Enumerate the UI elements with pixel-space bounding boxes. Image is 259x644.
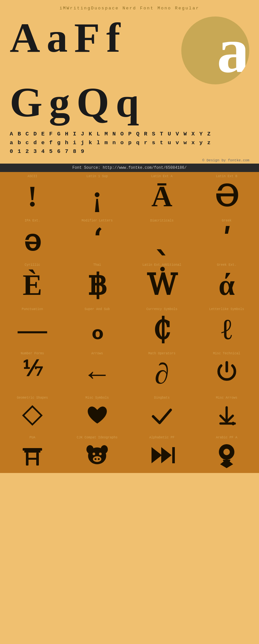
heart-icon [85, 403, 109, 428]
glyph-char-thai: ฿ [88, 269, 106, 301]
svg-rect-8 [26, 458, 39, 460]
glyph-cell-latinextadd: Latin Ext.Additional Ẇ [130, 261, 194, 305]
glyph-label-latin1sup: Latin 1 Sup [86, 175, 108, 179]
large-letter-a: a [47, 16, 68, 59]
checkmark-icon [151, 404, 173, 427]
glyph-svg-pua [19, 442, 45, 469]
glyph-cell-cjkcompat: CJK Compat Ideographs [65, 433, 130, 473]
glyph-char-ascii: ! [28, 180, 37, 212]
glyph-char-diacrit: ˎ [155, 225, 169, 255]
glyph-label-miscarrows: Misc Arrows [216, 396, 237, 401]
uppercase-alphabet: A B C D E F G H I J K L M N O P Q R S T … [10, 130, 249, 138]
glyph-cell-numforms: Number Forms ⅐ [0, 349, 65, 393]
glyph-label-alphapf: Alphabetic PF [149, 436, 175, 440]
large-letter-G: G [10, 81, 42, 123]
glyph-label-dingbats: Dingbats [154, 396, 170, 401]
large-letter-g: g [49, 81, 70, 123]
glyph-cell-arrows: Arrows ← [65, 349, 130, 393]
glyph-label-geoshapes: Geometric Shapes [17, 396, 48, 401]
glyph-label-superandsub: Super And Sub [84, 307, 110, 312]
glyph-label-letterlike: Letterlike Symbols [209, 307, 244, 312]
glyph-cell-currency: Currency Symbols ₵ [130, 305, 194, 349]
glyph-svg-miscsym [84, 402, 110, 429]
glyph-label-cyrillic: Cyrillic [25, 263, 40, 268]
glyph-char-letterlike: ℓ [221, 313, 232, 345]
digit-alphabet: 0 1 2 3 4 5 6 7 8 9 [10, 147, 249, 156]
glyph-cell-geoshapes: Geometric Shapes [0, 393, 65, 433]
header-section: iMWritingDuospace Nerd Font Mono Regular [0, 0, 259, 13]
font-source-bar: Font Source: http://www.fontke.com/font/… [0, 164, 259, 172]
glyph-cell-diacrit: Diacriticals ˎ [130, 216, 194, 261]
glyphs-section: ASCII ! Latin 1 Sup ¡ Latin Ext A Ā Lati… [0, 172, 259, 473]
svg-marker-17 [152, 447, 162, 463]
glyph-char-numforms: ⅐ [22, 358, 42, 381]
glyph-char-modletters: ʻ [93, 225, 101, 255]
glyph-label-latinextb: Latin Ext B [216, 175, 237, 179]
glyph-cell-modletters: Modifier Letters ʻ [65, 216, 130, 261]
glyph-label-ascii: ASCII [28, 175, 37, 179]
glyph-cell-miscsym: Misc Symbols [65, 393, 130, 433]
large-letter-Q: Q [76, 81, 109, 123]
glyph-cell-greekext: Greek Ext. ά [194, 261, 259, 305]
glyph-cell-punctuation: Punctuation — [0, 305, 65, 349]
large-letters-display: A a F f a G g Q q [0, 13, 259, 123]
svg-point-13 [99, 453, 102, 455]
svg-marker-18 [161, 447, 172, 463]
diamond-icon [21, 404, 44, 427]
glyph-cell-cyrillic: Cyrillic È [0, 261, 65, 305]
glyph-label-thai: Thai [93, 263, 101, 268]
glyph-label-misctech: Misc Technical [213, 352, 240, 356]
glyph-char-cyrillic: È [23, 269, 42, 301]
svg-point-16 [98, 458, 100, 460]
glyph-cell-ipaext: IPA Ext. ə [0, 216, 65, 261]
glyph-svg-cjkcompat [84, 442, 110, 469]
glyph-label-latinexta: Latin Ext A [151, 175, 173, 179]
glyph-cell-greek: Greek ʹ [194, 216, 259, 261]
big-letter-a: a [217, 21, 249, 80]
svg-point-10 [86, 445, 94, 454]
glyph-char-latinextb: Ə [215, 180, 239, 212]
glyph-svg-dingbats [149, 402, 175, 429]
glyph-char-latinexta: Ā [152, 180, 173, 212]
glyphs-grid: ASCII ! Latin 1 Sup ¡ Latin Ext A Ā Lati… [0, 172, 259, 473]
svg-point-11 [101, 445, 108, 454]
glyph-label-arrows: Arrows [91, 352, 103, 356]
glyph-cell-miscarrows: Misc Arrows [194, 393, 259, 433]
glyph-cell-latin1sup: Latin 1 Sup ¡ [65, 172, 130, 216]
glyph-label-latinextadd: Latin Ext.Additional [142, 263, 181, 268]
map-pin-icon [214, 442, 240, 469]
glyph-char-ipaext: ə [24, 225, 41, 257]
glyph-svg-geoshapes [19, 402, 45, 429]
glyph-label-numforms: Number Forms [21, 352, 44, 356]
glyph-char-currency: ₵ [152, 313, 171, 345]
glyph-svg-arabicpfa [214, 442, 240, 469]
glyph-char-latinextadd: Ẇ [147, 269, 177, 301]
glyph-label-greek: Greek [222, 219, 231, 223]
glyph-cell-ascii: ASCII ! [0, 172, 65, 216]
glyph-svg-misctech [214, 358, 240, 385]
large-letter-q: q [116, 81, 139, 123]
glyph-char-mathop: ∂ [155, 358, 169, 390]
glyph-label-currency: Currency Symbols [146, 307, 177, 312]
glyph-char-greekext: ά [219, 269, 235, 301]
glyph-label-greekext: Greek Ext. [217, 263, 236, 268]
glyph-cell-latinextb: Latin Ext B Ə [194, 172, 259, 216]
svg-rect-4 [23, 448, 42, 451]
glyph-char-arrows: ← [83, 358, 112, 390]
svg-point-14 [93, 456, 101, 462]
glyph-label-mathop: Math Operators [148, 352, 175, 356]
glyph-cell-thai: Thai ฿ [65, 261, 130, 305]
glyph-cell-mathop: Math Operators ∂ [130, 349, 194, 393]
svg-rect-19 [172, 447, 175, 463]
svg-rect-5 [24, 451, 40, 453]
glyph-label-diacrit: Diacriticals [150, 219, 174, 223]
glyph-cell-arabicpfa: Arabic PF A [194, 433, 259, 473]
large-letters-row2: G g Q q [10, 81, 249, 123]
glyph-label-punctuation: Punctuation [22, 307, 43, 312]
glyph-svg-miscarrows [214, 402, 240, 429]
glyph-label-cjkcompat: CJK Compat Ideographs [77, 436, 118, 440]
glyph-cell-misctech: Misc Technical [194, 349, 259, 393]
glyph-label-pua: PUA [29, 436, 35, 440]
glyph-char-punctuation: — [18, 313, 47, 345]
glyph-cell-superandsub: Super And Sub ₒ [65, 305, 130, 349]
